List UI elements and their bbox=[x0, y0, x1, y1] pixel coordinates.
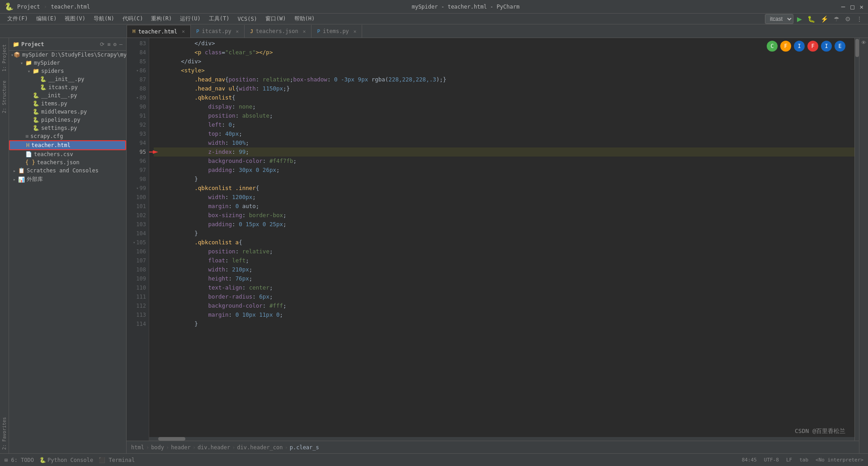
tree-item-pipelines[interactable]: 🐍 pipelines.py bbox=[9, 116, 126, 124]
menu-navigate[interactable]: 导航(N) bbox=[90, 14, 118, 24]
py-icon-init-spiders: 🐍 bbox=[40, 76, 47, 82]
menu-file[interactable]: 文件(F) bbox=[4, 14, 32, 24]
hide-icon[interactable]: – bbox=[119, 41, 123, 48]
menu-code[interactable]: 代码(C) bbox=[119, 14, 147, 24]
status-interpreter[interactable]: <No interpreter> bbox=[816, 457, 863, 463]
code-line-98: } bbox=[154, 175, 854, 184]
status-tabsize: tab bbox=[799, 457, 808, 463]
tree-item-teacher-html[interactable]: H teacher.html bbox=[9, 140, 126, 150]
tree-item-items[interactable]: 🐍 items.py bbox=[9, 100, 126, 108]
tab-teacher-html[interactable]: H teacher.html ✕ bbox=[127, 25, 191, 38]
profile-button[interactable]: ⚡ bbox=[819, 14, 830, 24]
left-tab-structure[interactable]: 2: Structure bbox=[0, 77, 8, 117]
right-panel-icon[interactable]: 👁 bbox=[861, 40, 866, 46]
tree-item-middlewares[interactable]: 🐍 middlewares.py bbox=[9, 108, 126, 116]
ln-93: 93 bbox=[127, 129, 149, 138]
menu-tools[interactable]: 工具(T) bbox=[205, 14, 233, 24]
status-python-console[interactable]: 🐍 Python Console bbox=[39, 457, 93, 463]
tree-item-scratches[interactable]: ▸ 📋 Scratches and Consoles bbox=[9, 166, 126, 175]
code-line-101: margin: 0 auto; bbox=[154, 202, 854, 211]
settings-icon[interactable]: ⚙ bbox=[843, 14, 853, 24]
right-panel: 👁 bbox=[859, 38, 868, 453]
breadcrumb-div-header[interactable]: div.header bbox=[198, 444, 230, 451]
csdn-watermark: CSDN @百里香松兰 bbox=[795, 427, 845, 435]
menu-edit[interactable]: 编辑(E) bbox=[33, 14, 61, 24]
title-bar: 🐍 Project › teacher.html mySpider - teac… bbox=[0, 0, 868, 14]
menu-window[interactable]: 窗口(W) bbox=[262, 14, 290, 24]
code-editor[interactable]: 83 84 85 ▾86 87 88 ▾89 90 91 92 93 94 95… bbox=[127, 38, 859, 441]
tab-close-itcast[interactable]: ✕ bbox=[236, 29, 239, 34]
tab-itcast-py[interactable]: P itcast.py ✕ bbox=[191, 25, 245, 38]
sidebar: 📁 Project ⟳ ≡ ⚙ – ▾ 📦 mySpider D:\StudyF… bbox=[9, 38, 127, 453]
collapse-icon[interactable]: ≡ bbox=[107, 41, 110, 48]
safari-icon[interactable]: E bbox=[835, 41, 845, 52]
tree-item-itcast[interactable]: 🐍 itcast.py bbox=[9, 83, 126, 91]
breadcrumb-header[interactable]: header bbox=[171, 444, 190, 451]
code-line-90: display: none; bbox=[154, 102, 854, 111]
ln-100: 100 bbox=[127, 193, 149, 202]
breadcrumb-body[interactable]: body bbox=[151, 444, 164, 451]
minimize-button[interactable]: ─ bbox=[841, 3, 845, 10]
code-line-91: position: absolute; bbox=[154, 111, 854, 120]
edge-icon[interactable]: F bbox=[807, 41, 818, 52]
tree-item-init-main[interactable]: 🐍 __init__.py bbox=[9, 91, 126, 100]
ln-91: 91 bbox=[127, 111, 149, 120]
opera-icon[interactable]: I bbox=[821, 41, 832, 52]
run-config-selector[interactable]: itcast bbox=[765, 14, 793, 24]
app-logo: 🐍 bbox=[5, 2, 14, 11]
tab-items-py[interactable]: P items.py ✕ bbox=[311, 25, 362, 38]
ln-88: 88 bbox=[127, 84, 149, 93]
tree-item-spiders[interactable]: ▾ 📁 spiders bbox=[9, 67, 126, 75]
code-line-107: float: left; bbox=[154, 256, 854, 265]
code-line-95: z-index: 99; bbox=[154, 147, 854, 157]
breadcrumb-p-clears[interactable]: p.clear_s bbox=[290, 444, 319, 451]
tab-teachers-json[interactable]: J teachers.json ✕ bbox=[245, 25, 311, 38]
ie-icon[interactable]: I bbox=[794, 41, 805, 52]
maximize-button[interactable]: □ bbox=[850, 3, 854, 10]
tab-close-items[interactable]: ✕ bbox=[354, 29, 357, 34]
vertical-scrollbar[interactable] bbox=[854, 38, 859, 441]
code-line-114: } bbox=[154, 319, 854, 328]
tree-item-teachers-json[interactable]: { } teachers.json bbox=[9, 158, 126, 166]
firefox-icon[interactable]: F bbox=[780, 41, 791, 52]
ln-104: 104 bbox=[127, 229, 149, 238]
chrome-icon[interactable]: C bbox=[767, 41, 778, 52]
status-terminal[interactable]: ⬛ Terminal bbox=[99, 457, 135, 463]
coverage-button[interactable]: ☂ bbox=[832, 14, 841, 24]
left-tab-project[interactable]: 1: Project bbox=[0, 41, 8, 75]
tab-close-json[interactable]: ✕ bbox=[303, 29, 306, 34]
sync-icon[interactable]: ⟳ bbox=[100, 41, 104, 48]
tree-item-init-spiders[interactable]: 🐍 __init__.py bbox=[9, 75, 126, 83]
run-button[interactable]: ▶ bbox=[795, 14, 804, 24]
tree-item-myspider-root[interactable]: ▾ 📦 mySpider D:\StudyFiles\Scrapy\myS... bbox=[9, 51, 126, 59]
sidebar-actions: ⟳ ≡ ⚙ – bbox=[100, 41, 123, 48]
code-line-108: width: 210px; bbox=[154, 265, 854, 274]
left-tab-favorites[interactable]: 2: Favorites bbox=[0, 414, 8, 453]
ln-86: ▾86 bbox=[127, 66, 149, 75]
tree-item-myspider[interactable]: ▾ 📁 mySpider bbox=[9, 59, 126, 67]
ln-114: 114 bbox=[127, 319, 149, 328]
menu-help[interactable]: 帮助(H) bbox=[291, 14, 319, 24]
tabs-bar: H teacher.html ✕ P itcast.py ✕ J teacher… bbox=[0, 24, 868, 38]
close-button[interactable]: ✕ bbox=[860, 3, 863, 10]
editor-wrapper: C F I F I E 83 84 85 ▾86 87 88 ▾89 90 bbox=[127, 38, 859, 453]
tree-item-external-libs[interactable]: ▸ 📊 外部库 bbox=[9, 175, 126, 184]
tree-item-teachers-csv[interactable]: 📄 teachers.csv bbox=[9, 150, 126, 158]
breadcrumb-html[interactable]: html bbox=[131, 444, 144, 451]
breadcrumb-div-header-con[interactable]: div.header_con bbox=[237, 444, 283, 451]
status-todo[interactable]: ⊞ 6: TODO bbox=[5, 457, 34, 463]
menu-vcs[interactable]: VCS(S) bbox=[234, 15, 261, 23]
code-content[interactable]: </div> <p class="clear_s"></p> </div> <s… bbox=[149, 38, 854, 441]
html-icon-teacher: H bbox=[26, 142, 29, 148]
tab-close-teacher-html[interactable]: ✕ bbox=[182, 29, 185, 34]
tree-item-scrapy-cfg[interactable]: ≡ scrapy.cfg bbox=[9, 132, 126, 140]
ln-96: 96 bbox=[127, 157, 149, 166]
settings-icon-sidebar[interactable]: ⚙ bbox=[113, 41, 117, 48]
menu-view[interactable]: 视图(V) bbox=[61, 14, 89, 24]
tree-item-settings[interactable]: 🐍 settings.py bbox=[9, 124, 126, 132]
menu-run[interactable]: 运行(U) bbox=[176, 14, 204, 24]
file-tree: ▾ 📦 mySpider D:\StudyFiles\Scrapy\myS...… bbox=[9, 51, 126, 184]
menu-refactor[interactable]: 重构(R) bbox=[147, 14, 175, 24]
debug-button[interactable]: 🐛 bbox=[806, 14, 817, 24]
more-button[interactable]: ⋮ bbox=[854, 14, 864, 24]
